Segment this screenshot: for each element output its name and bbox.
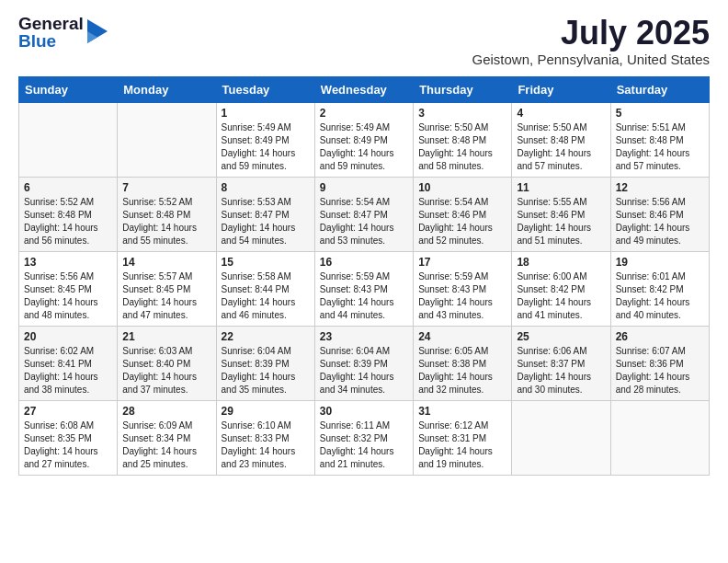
day-number: 28 bbox=[122, 405, 210, 418]
day-number: 5 bbox=[616, 107, 704, 120]
calendar-cell: 10Sunrise: 5:54 AMSunset: 8:46 PMDayligh… bbox=[414, 177, 512, 251]
day-info: Sunrise: 5:55 AMSunset: 8:46 PMDaylight:… bbox=[517, 196, 605, 247]
logo-blue: Blue bbox=[18, 32, 56, 50]
day-info: Sunrise: 6:00 AMSunset: 8:42 PMDaylight:… bbox=[517, 270, 605, 322]
calendar-cell: 25Sunrise: 6:06 AMSunset: 8:37 PMDayligh… bbox=[512, 326, 610, 400]
day-info: Sunrise: 6:05 AMSunset: 8:38 PMDaylight:… bbox=[418, 345, 506, 396]
calendar-cell: 31Sunrise: 6:12 AMSunset: 8:31 PMDayligh… bbox=[414, 400, 512, 475]
day-info: Sunrise: 6:04 AMSunset: 8:39 PMDaylight:… bbox=[320, 345, 408, 396]
day-number: 26 bbox=[616, 330, 704, 343]
header: General Blue July 2025 Geistown, Pennsyl… bbox=[18, 15, 710, 67]
main-title: July 2025 bbox=[472, 15, 710, 52]
subtitle: Geistown, Pennsylvania, United States bbox=[472, 52, 710, 67]
calendar-cell: 20Sunrise: 6:02 AMSunset: 8:41 PMDayligh… bbox=[19, 326, 118, 400]
calendar-cell: 11Sunrise: 5:55 AMSunset: 8:46 PMDayligh… bbox=[512, 177, 610, 251]
day-number: 22 bbox=[222, 330, 310, 343]
day-number: 10 bbox=[418, 181, 506, 194]
day-info: Sunrise: 5:51 AMSunset: 8:48 PMDaylight:… bbox=[616, 121, 704, 173]
day-info: Sunrise: 5:52 AMSunset: 8:48 PMDaylight:… bbox=[24, 196, 112, 247]
calendar-week-row: 27Sunrise: 6:08 AMSunset: 8:35 PMDayligh… bbox=[19, 400, 710, 475]
calendar-day-header: Thursday bbox=[414, 76, 512, 102]
day-info: Sunrise: 6:07 AMSunset: 8:36 PMDaylight:… bbox=[616, 345, 704, 396]
day-info: Sunrise: 6:03 AMSunset: 8:40 PMDaylight:… bbox=[122, 345, 210, 396]
day-info: Sunrise: 6:01 AMSunset: 8:42 PMDaylight:… bbox=[616, 270, 704, 322]
day-info: Sunrise: 6:09 AMSunset: 8:34 PMDaylight:… bbox=[122, 419, 210, 471]
calendar-cell: 23Sunrise: 6:04 AMSunset: 8:39 PMDayligh… bbox=[314, 326, 413, 400]
day-info: Sunrise: 6:11 AMSunset: 8:32 PMDaylight:… bbox=[320, 419, 408, 471]
calendar-cell: 2Sunrise: 5:49 AMSunset: 8:49 PMDaylight… bbox=[314, 102, 413, 177]
calendar-cell: 6Sunrise: 5:52 AMSunset: 8:48 PMDaylight… bbox=[19, 177, 118, 251]
calendar-day-header: Monday bbox=[118, 76, 216, 102]
calendar-cell: 26Sunrise: 6:07 AMSunset: 8:36 PMDayligh… bbox=[610, 326, 709, 400]
calendar-cell: 29Sunrise: 6:10 AMSunset: 8:33 PMDayligh… bbox=[216, 400, 314, 475]
calendar-cell: 12Sunrise: 5:56 AMSunset: 8:46 PMDayligh… bbox=[610, 177, 709, 251]
day-info: Sunrise: 5:57 AMSunset: 8:45 PMDaylight:… bbox=[122, 270, 210, 322]
calendar-cell: 4Sunrise: 5:50 AMSunset: 8:48 PMDaylight… bbox=[512, 102, 610, 177]
day-info: Sunrise: 5:49 AMSunset: 8:49 PMDaylight:… bbox=[222, 121, 310, 173]
calendar-cell: 13Sunrise: 5:56 AMSunset: 8:45 PMDayligh… bbox=[19, 251, 118, 326]
day-number: 21 bbox=[122, 330, 210, 343]
day-info: Sunrise: 5:59 AMSunset: 8:43 PMDaylight:… bbox=[418, 270, 506, 322]
day-info: Sunrise: 6:12 AMSunset: 8:31 PMDaylight:… bbox=[418, 419, 506, 471]
calendar-cell bbox=[118, 102, 216, 177]
calendar-cell bbox=[512, 400, 610, 475]
day-info: Sunrise: 5:50 AMSunset: 8:48 PMDaylight:… bbox=[418, 121, 506, 173]
day-number: 23 bbox=[320, 330, 408, 343]
day-number: 12 bbox=[616, 181, 704, 194]
day-number: 18 bbox=[517, 256, 605, 269]
calendar-day-header: Tuesday bbox=[216, 76, 314, 102]
calendar-cell: 1Sunrise: 5:49 AMSunset: 8:49 PMDaylight… bbox=[216, 102, 314, 177]
calendar-cell: 5Sunrise: 5:51 AMSunset: 8:48 PMDaylight… bbox=[610, 102, 709, 177]
calendar-cell: 22Sunrise: 6:04 AMSunset: 8:39 PMDayligh… bbox=[216, 326, 314, 400]
calendar-cell: 18Sunrise: 6:00 AMSunset: 8:42 PMDayligh… bbox=[512, 251, 610, 326]
calendar-day-header: Saturday bbox=[610, 76, 709, 102]
day-info: Sunrise: 6:04 AMSunset: 8:39 PMDaylight:… bbox=[222, 345, 310, 396]
logo: General Blue bbox=[18, 15, 108, 50]
logo-triangle-icon bbox=[87, 19, 108, 43]
calendar-day-header: Friday bbox=[512, 76, 610, 102]
calendar-week-row: 13Sunrise: 5:56 AMSunset: 8:45 PMDayligh… bbox=[19, 251, 710, 326]
calendar-table: SundayMondayTuesdayWednesdayThursdayFrid… bbox=[18, 76, 710, 476]
calendar-cell bbox=[19, 102, 118, 177]
day-info: Sunrise: 6:06 AMSunset: 8:37 PMDaylight:… bbox=[517, 345, 605, 396]
day-number: 9 bbox=[320, 181, 408, 194]
day-info: Sunrise: 6:08 AMSunset: 8:35 PMDaylight:… bbox=[24, 419, 112, 471]
calendar-cell: 15Sunrise: 5:58 AMSunset: 8:44 PMDayligh… bbox=[216, 251, 314, 326]
calendar-day-header: Wednesday bbox=[314, 76, 413, 102]
calendar-cell: 16Sunrise: 5:59 AMSunset: 8:43 PMDayligh… bbox=[314, 251, 413, 326]
day-number: 31 bbox=[418, 405, 506, 418]
calendar-cell: 7Sunrise: 5:52 AMSunset: 8:48 PMDaylight… bbox=[118, 177, 216, 251]
calendar-cell bbox=[610, 400, 709, 475]
calendar-cell: 21Sunrise: 6:03 AMSunset: 8:40 PMDayligh… bbox=[118, 326, 216, 400]
day-info: Sunrise: 5:58 AMSunset: 8:44 PMDaylight:… bbox=[222, 270, 310, 322]
title-block: July 2025 Geistown, Pennsylvania, United… bbox=[472, 15, 710, 67]
calendar-cell: 27Sunrise: 6:08 AMSunset: 8:35 PMDayligh… bbox=[19, 400, 118, 475]
day-number: 16 bbox=[320, 256, 408, 269]
day-info: Sunrise: 5:54 AMSunset: 8:46 PMDaylight:… bbox=[418, 196, 506, 247]
calendar-cell: 30Sunrise: 6:11 AMSunset: 8:32 PMDayligh… bbox=[314, 400, 413, 475]
day-number: 20 bbox=[24, 330, 112, 343]
day-number: 17 bbox=[418, 256, 506, 269]
day-info: Sunrise: 5:59 AMSunset: 8:43 PMDaylight:… bbox=[320, 270, 408, 322]
day-info: Sunrise: 6:02 AMSunset: 8:41 PMDaylight:… bbox=[24, 345, 112, 396]
day-info: Sunrise: 6:10 AMSunset: 8:33 PMDaylight:… bbox=[222, 419, 310, 471]
day-number: 30 bbox=[320, 405, 408, 418]
day-number: 15 bbox=[222, 256, 310, 269]
day-number: 13 bbox=[24, 256, 112, 269]
calendar-cell: 28Sunrise: 6:09 AMSunset: 8:34 PMDayligh… bbox=[118, 400, 216, 475]
day-info: Sunrise: 5:56 AMSunset: 8:45 PMDaylight:… bbox=[24, 270, 112, 322]
day-info: Sunrise: 5:54 AMSunset: 8:47 PMDaylight:… bbox=[320, 196, 408, 247]
calendar-cell: 19Sunrise: 6:01 AMSunset: 8:42 PMDayligh… bbox=[610, 251, 709, 326]
logo-general: General bbox=[18, 15, 84, 32]
calendar-header-row: SundayMondayTuesdayWednesdayThursdayFrid… bbox=[19, 76, 710, 102]
calendar-cell: 3Sunrise: 5:50 AMSunset: 8:48 PMDaylight… bbox=[414, 102, 512, 177]
day-number: 3 bbox=[418, 107, 506, 120]
calendar-cell: 14Sunrise: 5:57 AMSunset: 8:45 PMDayligh… bbox=[118, 251, 216, 326]
day-number: 6 bbox=[24, 181, 112, 194]
day-number: 2 bbox=[320, 107, 408, 120]
calendar-cell: 8Sunrise: 5:53 AMSunset: 8:47 PMDaylight… bbox=[216, 177, 314, 251]
day-info: Sunrise: 5:49 AMSunset: 8:49 PMDaylight:… bbox=[320, 121, 408, 173]
calendar-week-row: 1Sunrise: 5:49 AMSunset: 8:49 PMDaylight… bbox=[19, 102, 710, 177]
calendar-cell: 9Sunrise: 5:54 AMSunset: 8:47 PMDaylight… bbox=[314, 177, 413, 251]
calendar-week-row: 6Sunrise: 5:52 AMSunset: 8:48 PMDaylight… bbox=[19, 177, 710, 251]
